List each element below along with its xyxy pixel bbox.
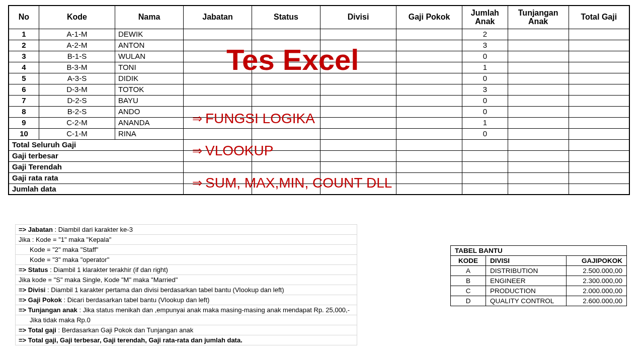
cell-tunjangan [508,62,569,73]
cell-jabatan [184,84,252,95]
cell-gajipokok [396,84,462,95]
cell-gajipokok [396,51,462,62]
cell-gajipokok [396,106,462,117]
cell-status [252,51,320,62]
instruction-row: => Total gaji, Gaji terbesar, Gaji teren… [16,335,357,345]
cell-tunjangan [508,73,569,84]
cell-kode: C-2-M [39,117,115,128]
main-data-table: No Kode Nama Jabatan Status Divisi Gaji … [8,5,630,195]
bantu-row: DQUALITY CONTROL2.600.000,00 [451,296,627,306]
instruction-text: => Jabatan : Diambil dari karakter ke-3 [16,225,357,235]
cell-tunjangan [508,117,569,128]
instruction-row: Kode = "2" maka "Staff" [16,245,357,255]
cell-gajipokok [396,73,462,84]
col-totalgaji: Total Gaji [569,6,629,29]
cell-totalgaji [569,128,629,139]
cell-status [252,117,320,128]
cell-no: 9 [9,117,39,128]
cell-jabatan [184,51,252,62]
tabel-bantu: TABEL BANTU KODE DIVISI GAJIPOKOK ADISTR… [450,245,627,306]
cell-divisi [320,40,396,51]
cell-divisi [320,62,396,73]
instruction-text: => Total gaji : Berdasarkan Gaji Pokok d… [16,325,357,335]
col-nama: Nama [115,6,184,29]
cell-jabatan [184,117,252,128]
cell-no: 1 [9,29,39,40]
col-jumlahanak: Jumlah Anak [462,6,508,29]
cell-kode: D-2-S [39,95,115,106]
instruction-row: => Status : Diambil 1 klarakter terakhir… [16,265,357,275]
cell-jabatan [184,73,252,84]
bantu-divisi: DISTRIBUTION [486,266,567,276]
table-row: 6D-3-MTOTOK3 [9,84,629,95]
cell-jabatan [184,40,252,51]
cell-divisi [320,29,396,40]
cell-jumlahanak: 0 [462,106,508,117]
instruction-row: => Gaji Pokok : Dicari berdasarkan tabel… [16,295,357,305]
cell-status [252,95,320,106]
bantu-divisi: PRODUCTION [486,286,567,296]
bantu-divisi: QUALITY CONTROL [486,296,567,306]
cell-nama: ANDO [115,106,184,117]
instruction-text: Jika kode = "S" maka Single, Kode "M" ma… [16,275,357,285]
table-row: 8B-2-SANDO0 [9,106,629,117]
cell-status [252,84,320,95]
cell-totalgaji [569,29,629,40]
bantu-title: TABEL BANTU [451,246,627,256]
cell-jumlahanak: 1 [462,62,508,73]
cell-totalgaji [569,84,629,95]
cell-tunjangan [508,51,569,62]
bantu-gajipokok: 2.300.000,00 [567,276,627,286]
cell-divisi [320,95,396,106]
instruction-text: => Tunjangan anak : Jika status menikah … [16,305,357,315]
cell-kode: A-1-M [39,29,115,40]
cell-totalgaji [569,95,629,106]
cell-no: 6 [9,84,39,95]
summary-row: Total Seluruh Gaji [9,139,629,150]
instruction-row: Jika tidak maka Rp.0 [16,315,357,325]
cell-tunjangan [508,84,569,95]
cell-jumlahanak: 2 [462,29,508,40]
cell-divisi [320,106,396,117]
cell-totalgaji [569,106,629,117]
cell-tunjangan [508,40,569,51]
bantu-kode: C [451,286,486,296]
cell-jabatan [184,29,252,40]
cell-jumlahanak: 0 [462,73,508,84]
col-jabatan: Jabatan [184,6,252,29]
bantu-kode: D [451,296,486,306]
instruction-row: Jika : Kode = "1" maka "Kepala" [16,235,357,245]
table-header-row: No Kode Nama Jabatan Status Divisi Gaji … [9,6,629,29]
summary-label: Total Seluruh Gaji [9,139,184,150]
instruction-text: Jika tidak maka Rp.0 [16,315,357,325]
bantu-gajipokok: 2.500.000,00 [567,266,627,276]
cell-nama: TONI [115,62,184,73]
cell-status [252,106,320,117]
cell-tunjangan [508,128,569,139]
cell-totalgaji [569,73,629,84]
col-tunjangan: Tunjangan Anak [508,6,569,29]
cell-kode: D-3-M [39,84,115,95]
cell-divisi [320,128,396,139]
summary-row: Gaji terbesar [9,150,629,161]
cell-kode: A-2-M [39,40,115,51]
instruction-row: Kode = "3" maka "operator" [16,255,357,265]
col-no: No [9,6,39,29]
cell-nama: WULAN [115,51,184,62]
cell-nama: ANTON [115,40,184,51]
cell-jumlahanak: 1 [462,117,508,128]
cell-no: 4 [9,62,39,73]
summary-label: Gaji rata rata [9,172,184,184]
cell-no: 3 [9,51,39,62]
cell-kode: B-1-S [39,51,115,62]
cell-divisi [320,73,396,84]
cell-no: 7 [9,95,39,106]
cell-jumlahanak: 3 [462,84,508,95]
cell-tunjangan [508,29,569,40]
instruction-row: => Jabatan : Diambil dari karakter ke-3 [16,225,357,235]
instruction-text: Kode = "3" maka "operator" [16,255,357,265]
bantu-col-kode: KODE [451,256,486,266]
summary-row: Jumlah data [9,184,629,195]
cell-nama: BAYU [115,95,184,106]
cell-no: 5 [9,73,39,84]
